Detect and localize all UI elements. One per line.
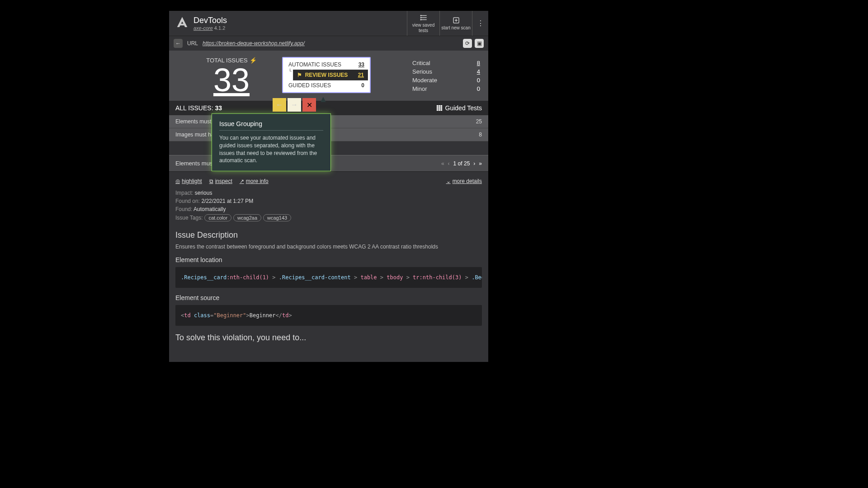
issue-description-text: Ensures the contrast between foreground … (175, 244, 482, 250)
tour-next-button[interactable]: → (288, 98, 301, 112)
svg-rect-9 (440, 107, 442, 109)
pager-next-icon[interactable]: › (473, 160, 475, 167)
severity-list: Critical 8 Serious 4 Moderate 0 Minor 0 (399, 57, 480, 96)
app-subtitle: axe-core 4.1.2 (193, 25, 227, 31)
all-issues-count: 33 (215, 104, 222, 112)
chevron-down-icon: ⌄ (446, 178, 451, 184)
severity-serious[interactable]: Serious 4 (412, 67, 480, 76)
meta-found-on: Found on: 2/22/2021 at 1:27 PM (175, 198, 482, 204)
target-icon: ◎ (175, 178, 180, 184)
summary-panel: TOTAL ISSUES ⚡ 33 AUTOMATIC ISSUES 33 └ … (169, 51, 488, 101)
url-bar: ← URL https://broken-deque-workshop.netl… (169, 36, 488, 51)
version-text: 4.1.2 (214, 25, 225, 31)
svg-rect-6 (440, 105, 442, 107)
tour-prev-button[interactable]: ← (273, 98, 286, 112)
element-source-code: <td class="Beginner">Beginner</td> (175, 305, 482, 326)
inspect-link[interactable]: ⧉inspect (209, 178, 232, 184)
pager-last-icon[interactable]: » (479, 160, 482, 167)
element-location-code: .Recipes__card:nth-child(1) > .Recipes__… (175, 267, 482, 288)
tour-popup: Issue Grouping You can see your automate… (212, 113, 331, 171)
app-header: DevTools axe-core 4.1.2 view saved tests… (169, 11, 488, 36)
svg-rect-10 (436, 109, 438, 111)
refresh-icon: ⟳ (465, 40, 470, 47)
more-menu-button[interactable]: ⋮ (472, 11, 488, 36)
total-issues-block: TOTAL ISSUES ⚡ 33 (177, 57, 286, 96)
guided-issues-row[interactable]: GUIDED ISSUES 0 (285, 80, 368, 90)
svg-point-1 (420, 17, 421, 18)
url-link[interactable]: https://broken-deque-workshop.netlify.ap… (203, 40, 305, 47)
element-source-heading: Element source (175, 294, 482, 301)
pager: « ‹ 1 of 25 › » (441, 160, 482, 167)
pager-text: 1 of 25 (453, 160, 470, 167)
arrow-right-icon: → (291, 101, 298, 109)
tour-pointer-icon: ▲ (319, 94, 328, 104)
svg-rect-12 (440, 109, 442, 111)
svg-point-0 (420, 15, 421, 16)
rescan-button[interactable]: ⟳ (463, 39, 472, 48)
external-icon: ↗ (240, 178, 244, 184)
total-issues-count[interactable]: 33 (177, 64, 286, 96)
tree-line-icon: └ (288, 69, 292, 74)
flag-icon: ⚑ (297, 72, 302, 78)
url-label: URL (187, 40, 198, 47)
save-icon: ▣ (477, 40, 482, 47)
tag[interactable]: wcag143 (263, 214, 291, 221)
review-issues-row[interactable]: ⚑ REVIEW ISSUES 21 (293, 70, 368, 80)
solve-heading: To solve this violation, you need to... (175, 333, 482, 343)
export-button[interactable]: ▣ (475, 39, 484, 48)
severity-minor: Minor 0 (412, 84, 480, 93)
all-issues-label: ALL ISSUES: (175, 104, 213, 112)
meta-impact: Impact: serious (175, 190, 482, 196)
issue-tags: Issue Tags: cat.color wcag2aa wcag143 (175, 214, 482, 221)
detail-body: ◎highlight ⧉inspect ↗more info ⌄ more de… (169, 172, 488, 361)
severity-moderate: Moderate 0 (412, 76, 480, 84)
pager-prev-icon[interactable]: ‹ (448, 160, 450, 167)
arrow-left-icon: ← (276, 101, 283, 109)
highlight-link[interactable]: ◎highlight (175, 178, 202, 184)
svg-point-2 (420, 19, 421, 20)
tour-title: Issue Grouping (219, 120, 323, 131)
svg-rect-5 (439, 105, 440, 107)
guided-tests-button[interactable]: Guided Tests (436, 104, 482, 112)
back-button[interactable]: ← (174, 39, 183, 48)
issue-description-heading: Issue Description (175, 230, 482, 240)
more-details-toggle[interactable]: ⌄ more details (446, 178, 482, 184)
more-info-link[interactable]: ↗more info (240, 178, 269, 184)
close-icon: ✕ (307, 101, 312, 109)
app-title: DevTools (193, 16, 227, 25)
arrow-left-icon: ← (175, 40, 181, 47)
pager-first-icon[interactable]: « (441, 160, 444, 167)
element-location-heading: Element location (175, 256, 482, 263)
svg-rect-8 (439, 107, 440, 109)
axe-core-link[interactable]: axe-core (193, 25, 213, 31)
tag[interactable]: cat.color (204, 214, 231, 221)
svg-rect-7 (436, 107, 438, 109)
svg-rect-4 (436, 105, 438, 107)
axe-logo-icon (175, 16, 189, 31)
lightning-icon: ⚡ (250, 57, 257, 64)
meta-found: Found: Automatically (175, 206, 482, 212)
severity-critical[interactable]: Critical 8 (412, 59, 480, 67)
svg-rect-11 (439, 109, 440, 111)
link-icon: ⧉ (209, 178, 213, 184)
detail-links: ◎highlight ⧉inspect ↗more info ⌄ more de… (175, 178, 482, 184)
tour-controls: ← → ✕ (273, 98, 316, 112)
issue-groups-box: AUTOMATIC ISSUES 33 └ ⚑ REVIEW ISSUES 21… (282, 57, 371, 93)
automatic-issues-row[interactable]: AUTOMATIC ISSUES 33 (285, 60, 368, 70)
tour-close-button[interactable]: ✕ (302, 98, 316, 112)
app-window: DevTools axe-core 4.1.2 view saved tests… (169, 11, 488, 362)
kebab-icon: ⋮ (477, 19, 484, 28)
view-saved-tests-button[interactable]: view saved tests (407, 11, 439, 36)
tour-text: You can see your automated issues and gu… (219, 134, 323, 164)
start-new-scan-button[interactable]: start new scan (439, 11, 472, 36)
brand-block: DevTools axe-core 4.1.2 (169, 11, 407, 36)
tag[interactable]: wcag2aa (233, 214, 261, 221)
